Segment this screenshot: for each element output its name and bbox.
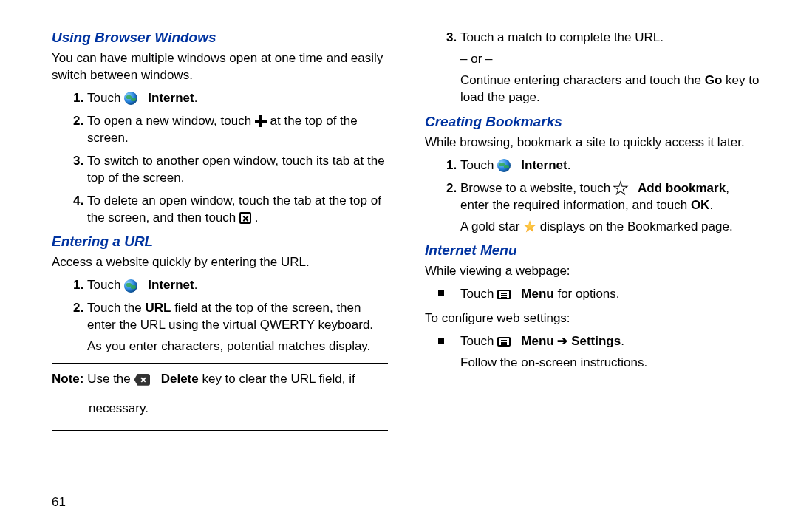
text: As you enter characters, potential match… bbox=[87, 339, 370, 353]
divider bbox=[52, 363, 388, 364]
text: Touch bbox=[460, 334, 497, 348]
text: . bbox=[567, 158, 571, 172]
step-3: Touch a match to complete the URL. – or … bbox=[460, 30, 761, 106]
right-column: Touch a match to complete the URL. – or … bbox=[425, 30, 761, 510]
or-divider: – or – bbox=[460, 52, 492, 66]
globe-icon bbox=[497, 159, 511, 172]
bullet-menu2: Touch Menu ➔ Settings. Follow the on-scr… bbox=[425, 333, 761, 372]
text: Touch a match to complete the URL. bbox=[460, 30, 664, 44]
intro-bookmarks: While browsing, bookmark a site to quick… bbox=[425, 134, 761, 151]
label-delete: Delete bbox=[161, 372, 199, 386]
text: Continue entering characters and touch t… bbox=[460, 73, 705, 87]
text: Browse to a website, touch bbox=[460, 181, 614, 195]
arrow-icon: ➔ bbox=[554, 334, 571, 348]
text: A gold star bbox=[460, 219, 523, 233]
delete-key-icon bbox=[134, 374, 150, 386]
text: Use the bbox=[87, 372, 134, 386]
heading-using-browser-windows: Using Browser Windows bbox=[52, 30, 388, 46]
heading-internet-menu: Internet Menu bbox=[425, 242, 761, 259]
bullet-item: Touch Menu ➔ Settings. Follow the on-scr… bbox=[460, 333, 761, 372]
intro-url: Access a website quickly by entering the… bbox=[52, 254, 388, 271]
label-add-bookmark: Add bookmark bbox=[638, 181, 726, 195]
left-column: Using Browser Windows You can have multi… bbox=[52, 30, 388, 510]
bullet-menu1: Touch Menu for options. bbox=[425, 286, 761, 303]
step-1: Touch Internet. bbox=[460, 157, 761, 174]
text: Touch bbox=[87, 91, 124, 105]
steps-windows: Touch Internet. To open a new window, to… bbox=[52, 90, 388, 227]
step-3: To switch to another open window, touch … bbox=[87, 153, 388, 187]
label-menu: Menu bbox=[521, 334, 553, 348]
heading-creating-bookmarks: Creating Bookmarks bbox=[425, 114, 761, 130]
step-1: Touch Internet. bbox=[87, 90, 388, 107]
label-internet: Internet bbox=[521, 158, 567, 172]
label-menu: Menu bbox=[521, 287, 553, 301]
label-ok: OK bbox=[691, 198, 710, 212]
text: key to clear the URL field, if bbox=[199, 372, 355, 386]
text: Touch bbox=[460, 158, 497, 172]
text: Touch bbox=[87, 278, 124, 292]
label-internet: Internet bbox=[148, 278, 194, 292]
text: for options. bbox=[554, 287, 620, 301]
text: To delete an open window, touch the tab … bbox=[87, 194, 381, 225]
note-cont: necessary. bbox=[89, 400, 388, 417]
step-2: Browse to a website, touch Add bookmark,… bbox=[460, 180, 761, 236]
menu-icon bbox=[497, 337, 511, 347]
divider bbox=[52, 430, 388, 431]
star-outline-icon bbox=[614, 182, 627, 195]
globe-icon bbox=[124, 92, 137, 105]
intro-windows: You can have multiple windows open at on… bbox=[52, 50, 388, 84]
text: displays on the Bookmarked page. bbox=[540, 219, 733, 233]
intro-menu1: While viewing a webpage: bbox=[425, 263, 761, 280]
text: Touch bbox=[460, 287, 497, 301]
globe-icon bbox=[124, 279, 137, 293]
close-x-icon bbox=[239, 212, 251, 224]
menu-icon bbox=[497, 290, 511, 299]
step-1: Touch Internet. bbox=[87, 277, 388, 294]
text: . bbox=[709, 198, 713, 212]
steps-bookmarks: Touch Internet. Browse to a website, tou… bbox=[425, 157, 761, 236]
gold-star-icon bbox=[523, 220, 536, 233]
text: . bbox=[621, 334, 624, 348]
label-settings: Settings bbox=[571, 334, 621, 348]
text: To open a new window, touch bbox=[87, 114, 255, 128]
step-2: To open a new window, touch at the top o… bbox=[87, 113, 388, 147]
intro-menu2: To configure web settings: bbox=[425, 310, 761, 327]
note: Note: Use the Delete key to clear the UR… bbox=[52, 371, 388, 388]
step-4: To delete an open window, touch the tab … bbox=[87, 193, 388, 227]
text: . bbox=[194, 278, 198, 292]
text: . bbox=[194, 91, 198, 105]
step-2: Touch the URL field at the top of the sc… bbox=[87, 300, 388, 355]
page-number: 61 bbox=[52, 495, 66, 510]
manual-page: Using Browser Windows You can have multi… bbox=[0, 0, 798, 532]
bullet-item: Touch Menu for options. bbox=[460, 286, 761, 303]
label-go: Go bbox=[705, 73, 723, 87]
heading-entering-url: Entering a URL bbox=[52, 233, 388, 250]
text: Touch the bbox=[87, 301, 145, 315]
text: . bbox=[255, 211, 259, 225]
plus-icon bbox=[255, 115, 267, 127]
label-url: URL bbox=[145, 301, 171, 315]
label-internet: Internet bbox=[148, 91, 194, 105]
steps-url: Touch Internet. Touch the URL field at t… bbox=[52, 277, 388, 355]
note-label: Note: bbox=[52, 372, 87, 386]
text: Follow the on-screen instructions. bbox=[460, 355, 647, 369]
steps-url-cont: Touch a match to complete the URL. – or … bbox=[425, 30, 761, 106]
